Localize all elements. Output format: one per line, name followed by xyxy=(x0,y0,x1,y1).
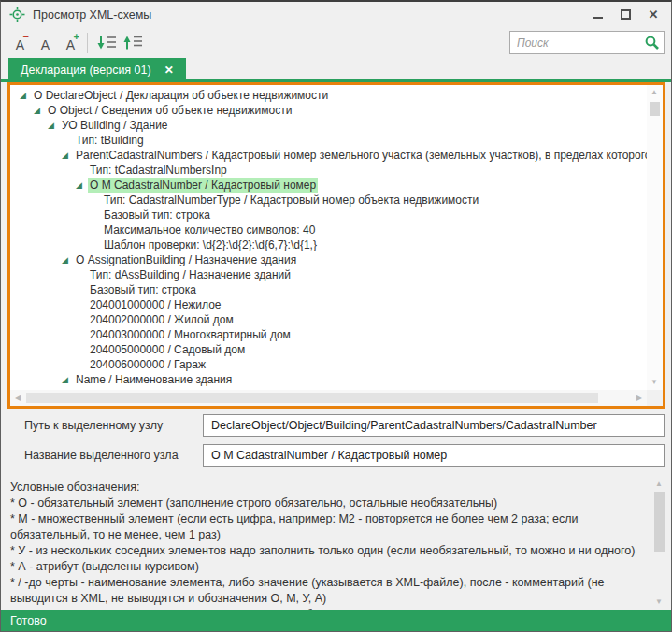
search-icon[interactable] xyxy=(644,35,660,50)
toolbar: A − A A + xyxy=(1,27,671,58)
scroll-up-icon[interactable]: ▲ xyxy=(655,481,663,488)
tree-horizontal-scrollbar[interactable]: ◀ ▶ xyxy=(10,390,647,406)
reset-font-letter: A xyxy=(41,38,50,51)
tab-bar: Декларация (версия 01) ✕ xyxy=(1,58,671,82)
scroll-up-icon[interactable]: ▲ xyxy=(651,89,658,96)
tree-row[interactable]: 204006000000 / Гараж xyxy=(20,357,647,372)
tree-expand-arrow-icon[interactable]: ◢ xyxy=(34,103,46,118)
tree-row[interactable]: ◢О AssignationBuilding / Назначение здан… xyxy=(20,252,647,267)
tab-label: Декларация (версия 01) xyxy=(21,64,151,77)
legend-scrollbar[interactable]: ▲ ▼ xyxy=(651,479,667,608)
decrease-font-button[interactable]: A − xyxy=(7,31,33,54)
tree-row[interactable]: 204001000000 / Нежилое xyxy=(20,297,647,312)
tree-expand-arrow-icon[interactable]: ◢ xyxy=(76,178,88,193)
tree-row[interactable]: Тип: tCadastralNumbersInp xyxy=(20,163,647,178)
legend-title: Условные обозначения: xyxy=(10,480,641,496)
close-icon: ✕ xyxy=(649,8,659,21)
maximize-button[interactable] xyxy=(611,5,639,25)
tree-row-label: ParentCadastralNumbers / Кадастровый ном… xyxy=(74,148,647,163)
window-title: Просмотр XML-схемы xyxy=(33,8,151,22)
tree-row[interactable]: ◢Name / Наименование здания xyxy=(20,372,647,387)
scroll-down-icon[interactable]: ▼ xyxy=(655,598,663,606)
legend-line: * / -до черты - наименование элемента, л… xyxy=(10,575,641,607)
expand-all-icon xyxy=(97,35,117,50)
tree-row[interactable]: Тип: tBuilding xyxy=(20,133,647,148)
tab-declaration[interactable]: Декларация (версия 01) ✕ xyxy=(8,58,186,82)
tree-row[interactable]: ◢ParentCadastralNumbers / Кадастровый но… xyxy=(20,148,647,163)
tree-row[interactable]: 204003000000 / Многоквартирный дом xyxy=(20,327,647,342)
minimize-icon xyxy=(593,17,603,19)
tree-row[interactable]: 204002000000 / Жилой дом xyxy=(20,312,647,327)
legend-panel: Условные обозначения: * О - обязательный… xyxy=(1,477,671,610)
tree-row[interactable]: ◢УО Building / Здание xyxy=(20,118,647,133)
app-target-icon xyxy=(8,7,25,23)
tree-row[interactable]: Базовый тип: строка xyxy=(20,208,647,223)
tree-row[interactable]: Базовый тип: строка xyxy=(20,282,647,297)
tree-row-label: О DeclareObject / Декларация об объекте … xyxy=(32,88,330,103)
tree-expand-arrow-icon[interactable]: ◢ xyxy=(62,252,74,267)
tree: ◢О DeclareObject / Декларация об объекте… xyxy=(10,85,647,390)
tree-row-label: Тип: CadastralNumberType / Кадастровый н… xyxy=(102,193,480,208)
tree-row[interactable]: Тип: dAssBuilding / Назначение зданий xyxy=(20,267,647,282)
close-button[interactable]: ✕ xyxy=(639,5,667,25)
window-controls: ✕ xyxy=(583,5,667,25)
legend-line: * У - из нескольких соседних элементов н… xyxy=(10,543,641,559)
name-field-input[interactable] xyxy=(203,444,665,467)
collapse-all-icon xyxy=(123,35,143,50)
tab-close-icon[interactable]: ✕ xyxy=(164,65,174,76)
legend-scroll-thumb[interactable] xyxy=(654,492,665,552)
search-input[interactable] xyxy=(517,36,644,50)
tree-row-label: Тип: tCadastralNumbersInp xyxy=(88,163,229,178)
legend-line: * М - множественный элемент (если есть ц… xyxy=(10,511,641,543)
path-field-input[interactable] xyxy=(203,414,665,437)
tree-expand-arrow-icon[interactable]: ◢ xyxy=(62,372,74,387)
search-box xyxy=(509,31,665,54)
tree-expand-arrow-icon[interactable]: ◢ xyxy=(62,148,74,163)
increase-font-button[interactable]: A + xyxy=(58,31,83,54)
tree-row-label: 204006000000 / Гараж xyxy=(88,357,207,372)
xml-schema-viewer-window: Просмотр XML-схемы ✕ A − A A + xyxy=(0,0,672,632)
tree-vertical-scrollbar[interactable]: ▲ ▼ xyxy=(647,85,663,390)
plus-icon: + xyxy=(74,32,79,42)
selected-node-name-row: Название выделенного узла xyxy=(24,444,665,467)
vertical-scroll-thumb[interactable] xyxy=(650,102,660,116)
schema-tree-panel: ◢О DeclareObject / Декларация об объекте… xyxy=(7,82,665,409)
legend-line: * О - обязательный элемент (заполнение с… xyxy=(10,496,641,511)
minimize-button[interactable] xyxy=(583,5,611,25)
tree-row[interactable]: Шаблон проверки: \d{2}:\d{2}:\d{6,7}:\d{… xyxy=(20,237,647,252)
tree-row[interactable]: 204005000000 / Садовый дом xyxy=(20,342,647,357)
tree-row-label: 204001000000 / Нежилое xyxy=(88,297,223,312)
scroll-right-icon[interactable]: ▶ xyxy=(636,395,642,402)
minus-icon: − xyxy=(23,32,29,42)
legend-line: * А - атрибут (выделены курсивом) xyxy=(10,559,641,575)
tree-row-label: Базовый тип: строка xyxy=(102,208,212,223)
tree-row-label: Базовый тип: строка xyxy=(88,282,198,297)
selected-node-path-row: Путь к выделенному узлу xyxy=(24,414,665,437)
reset-font-button[interactable]: A xyxy=(33,31,58,54)
tree-row-label: Максимальное количество символов: 40 xyxy=(102,223,317,237)
scroll-left-icon[interactable]: ◀ xyxy=(15,395,21,402)
path-field-label: Путь к выделенному узлу xyxy=(24,419,203,432)
tree-expand-arrow-icon[interactable]: ◢ xyxy=(48,118,60,133)
expand-all-button[interactable] xyxy=(93,31,120,54)
status-bar: Готово xyxy=(1,610,671,631)
tree-expand-arrow-icon[interactable]: ◢ xyxy=(20,88,32,103)
tree-row[interactable]: Максимальное количество символов: 40 xyxy=(20,223,647,237)
horizontal-scroll-thumb[interactable] xyxy=(26,393,598,403)
node-info-fields: Путь к выделенному узлу Название выделен… xyxy=(1,409,671,477)
title-bar: Просмотр XML-схемы ✕ xyxy=(1,2,671,27)
tree-row[interactable]: ◢О М CadastralNumber / Кадастровый номер xyxy=(20,178,647,193)
tree-row-label: УО Building / Здание xyxy=(60,118,170,133)
tree-row[interactable]: ◢О Object / Сведения об объекте недвижим… xyxy=(20,103,647,118)
tree-row-label: Шаблон проверки: \d{2}:\d{2}:\d{6,7}:\d{… xyxy=(102,237,319,252)
tree-row[interactable]: ◢О DeclareObject / Декларация об объекте… xyxy=(20,88,647,103)
scrollbar-corner xyxy=(647,390,663,406)
tree-row[interactable]: Тип: CadastralNumberType / Кадастровый н… xyxy=(20,193,647,208)
collapse-all-button[interactable] xyxy=(120,31,146,54)
tree-row-label: 204003000000 / Многоквартирный дом xyxy=(88,327,293,342)
tree-row-label: О Object / Сведения об объекте недвижимо… xyxy=(46,103,293,118)
scroll-down-icon[interactable]: ▼ xyxy=(651,379,658,386)
toolbar-separator xyxy=(87,33,88,53)
tree-row-label: О AssignationBuilding / Назначение здани… xyxy=(74,252,298,267)
tree-row-label: 204002000000 / Жилой дом xyxy=(88,312,236,327)
